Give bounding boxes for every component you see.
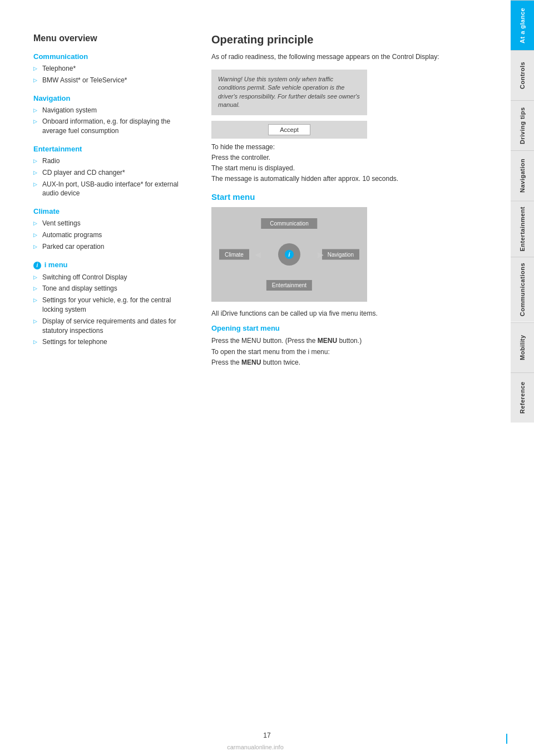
opening-start-menu-title: Opening start menu — [211, 324, 483, 332]
arrow-right-icon: ▶ — [318, 250, 324, 259]
idrive-communication-label: Communication — [261, 218, 317, 229]
menu-overview-title: Menu overview — [33, 33, 189, 43]
op-notes: To hide the message: Press the controlle… — [211, 142, 483, 185]
list-item: CD player and CD changer* — [33, 168, 189, 178]
navigation-heading: Navigation — [33, 94, 189, 102]
list-item: Switching off Control Display — [33, 273, 189, 282]
accept-button-area: Accept — [211, 121, 367, 139]
list-item: Automatic programs — [33, 230, 189, 240]
list-item: Vent settings — [33, 219, 189, 228]
sidebar-item-driving-tips[interactable]: Driving tips — [511, 100, 534, 150]
sidebar-item-reference[interactable]: Reference — [511, 372, 534, 423]
left-column: Menu overview Communication Telephone* B… — [33, 33, 189, 723]
right-column: Operating principle As of radio readines… — [211, 33, 483, 723]
accept-button[interactable]: Accept — [268, 124, 310, 135]
communication-list: Telephone* BMW Assist* or TeleService* — [33, 64, 189, 85]
idrive-diagram: Communication Climate Navigation Enterta… — [211, 207, 367, 302]
i-symbol-icon: i — [33, 262, 41, 269]
sidebar-item-controls[interactable]: Controls — [511, 50, 534, 100]
watermark: carmanualonline.info — [0, 744, 511, 750]
page-number: 17 — [263, 732, 270, 739]
idrive-climate-label: Climate — [219, 249, 249, 260]
entertainment-heading: Entertainment — [33, 145, 189, 153]
list-item: Onboard information, e.g. for displaying… — [33, 117, 189, 136]
sidebar-item-entertainment[interactable]: Entertainment — [511, 200, 534, 257]
arrow-left-icon: ◀ — [255, 250, 261, 259]
operating-principle-title: Operating principle — [211, 33, 483, 46]
list-item: BMW Assist* or TeleService* — [33, 76, 189, 85]
sidebar-item-communications[interactable]: Communications — [511, 257, 534, 322]
idrive-center-button: i — [278, 243, 300, 266]
list-item: Tone and display settings — [33, 284, 189, 293]
sidebar-item-navigation[interactable]: Navigation — [511, 150, 534, 200]
i-menu-heading: i i menu — [33, 261, 189, 269]
sidebar-item-mobility[interactable]: Mobility — [511, 322, 534, 372]
start-menu-title: Start menu — [211, 192, 483, 202]
idrive-i-icon: i — [285, 250, 294, 259]
climate-heading: Climate — [33, 207, 189, 215]
idrive-inner: Communication Climate Navigation Enterta… — [217, 213, 362, 296]
list-item: Display of service requirements and date… — [33, 317, 189, 336]
list-item: Radio — [33, 156, 189, 166]
idrive-navigation-label: Navigation — [322, 249, 359, 260]
sidebar-item-at-a-glance[interactable]: At a glance — [511, 0, 534, 50]
climate-list: Vent settings Automatic programs Parked … — [33, 219, 189, 251]
warning-text: Warning! Use this system only when traff… — [218, 75, 360, 110]
navigation-list: Navigation system Onboard information, e… — [33, 106, 189, 136]
list-item: Navigation system — [33, 106, 189, 115]
list-item: Telephone* — [33, 64, 189, 73]
main-content: Menu overview Communication Telephone* B… — [0, 0, 511, 756]
page-accent — [0, 0, 3, 756]
communication-heading: Communication — [33, 52, 189, 61]
list-item: Parked car operation — [33, 242, 189, 252]
op-intro-text: As of radio readiness, the following mes… — [211, 52, 483, 62]
warning-box: Warning! Use this system only when traff… — [211, 70, 367, 115]
entertainment-list: Radio CD player and CD changer* AUX-In p… — [33, 156, 189, 198]
page-accent-line — [506, 734, 507, 744]
i-menu-list: Switching off Control Display Tone and d… — [33, 273, 189, 347]
opening-steps: Press the MENU button. (Press the MENU b… — [211, 336, 483, 368]
list-item: AUX-In port, USB-audio interface* for ex… — [33, 180, 189, 199]
idrive-entertainment-label: Entertainment — [266, 280, 312, 291]
list-item: Settings for telephone — [33, 337, 189, 347]
idrive-description: All iDrive functions can be called up vi… — [211, 308, 483, 318]
list-item: Settings for your vehicle, e.g. for the … — [33, 296, 189, 315]
sidebar: At a glance Controls Driving tips Naviga… — [511, 0, 534, 756]
